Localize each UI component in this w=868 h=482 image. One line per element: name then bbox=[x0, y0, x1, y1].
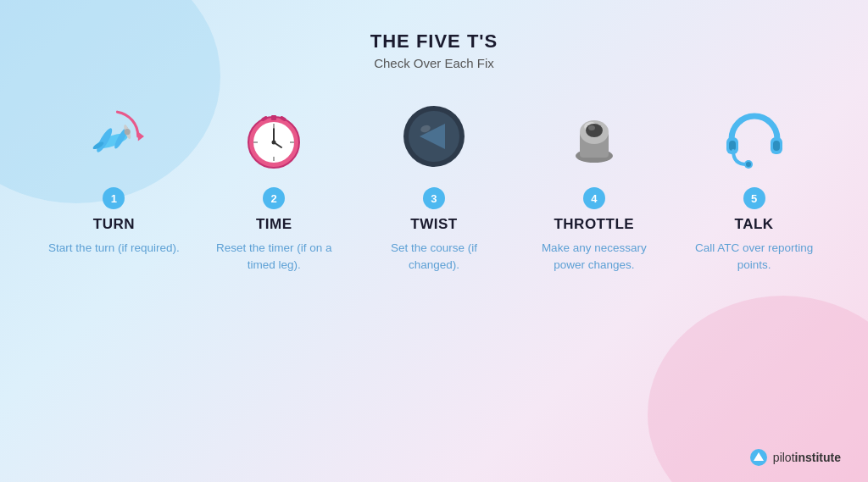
badge-3: 3 bbox=[423, 187, 445, 209]
item-time: 2 TIME Reset the timer (if on a timed le… bbox=[194, 94, 354, 274]
item-twist: 3 TWIST Set the course (if changed). bbox=[354, 94, 515, 274]
svg-marker-0 bbox=[138, 132, 144, 141]
time-icon bbox=[231, 94, 316, 179]
main-card: THE FIVE T'S Check Over Each Fix bbox=[0, 0, 868, 482]
label-twist: TWIST bbox=[410, 216, 457, 233]
throttle-icon bbox=[552, 94, 637, 179]
badge-4: 4 bbox=[583, 187, 605, 209]
desc-throttle: Make any necessary power changes. bbox=[526, 240, 662, 274]
svg-rect-31 bbox=[729, 141, 736, 151]
svg-point-27 bbox=[586, 124, 603, 137]
item-talk: 5 TALK Call ATC over reporting points. bbox=[674, 94, 834, 274]
item-turn: 1 TURN Start the turn (if required). bbox=[34, 94, 194, 257]
badge-1: 1 bbox=[103, 187, 125, 209]
label-turn: TURN bbox=[93, 216, 135, 233]
label-time: TIME bbox=[256, 216, 292, 233]
desc-time: Reset the timer (if on a timed leg). bbox=[206, 240, 342, 274]
svg-point-6 bbox=[125, 129, 131, 135]
twist-icon bbox=[392, 94, 476, 179]
label-talk: TALK bbox=[735, 216, 774, 233]
svg-point-34 bbox=[746, 162, 751, 167]
item-throttle: 4 THROTTLE Make any necessary power chan… bbox=[514, 94, 674, 274]
page-subtitle: Check Over Each Fix bbox=[370, 56, 498, 70]
logo-text: pilotinstitute bbox=[773, 451, 841, 464]
page-title: THE FIVE T'S bbox=[370, 30, 498, 53]
logo-bold: institute bbox=[795, 451, 841, 464]
logo-normal: pilot bbox=[773, 451, 795, 464]
svg-point-15 bbox=[272, 141, 276, 145]
pilot-institute-icon bbox=[749, 448, 768, 467]
header: THE FIVE T'S Check Over Each Fix bbox=[370, 30, 498, 70]
svg-rect-32 bbox=[773, 141, 780, 151]
label-throttle: THROTTLE bbox=[554, 216, 634, 233]
desc-talk: Call ATC over reporting points. bbox=[687, 240, 822, 274]
turn-icon bbox=[71, 94, 156, 179]
badge-2: 2 bbox=[263, 187, 285, 209]
desc-turn: Start the turn (if required). bbox=[48, 240, 180, 257]
svg-point-28 bbox=[588, 125, 595, 130]
items-row: 1 TURN Start the turn (if required). bbox=[34, 94, 834, 274]
logo: pilotinstitute bbox=[749, 448, 841, 467]
badge-5: 5 bbox=[743, 187, 765, 209]
talk-icon bbox=[712, 94, 797, 179]
desc-twist: Set the course (if changed). bbox=[366, 240, 502, 274]
svg-rect-16 bbox=[271, 115, 276, 120]
